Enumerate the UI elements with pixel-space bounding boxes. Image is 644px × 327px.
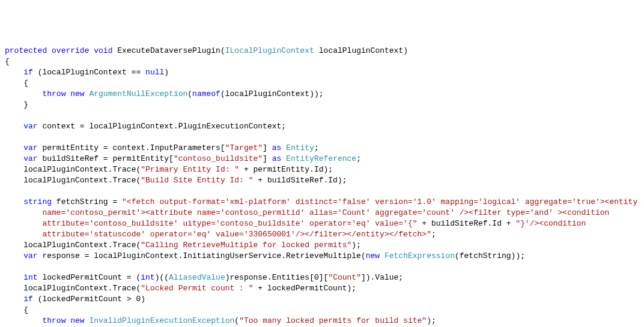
code-line: name='contoso_permit'><attribute name='c… <box>5 208 639 218</box>
code-line: localPluginContext.Trace("Primary Entity… <box>5 164 639 175</box>
code-line: localPluginContext.Trace("Calling Retrie… <box>5 240 639 251</box>
code-line: { <box>5 78 639 89</box>
code-editor[interactable]: protected override void ExecuteDataverse… <box>5 46 639 327</box>
code-line: localPluginContext.Trace("Locked Permit … <box>5 283 639 294</box>
code-line: attribute='statuscode' operator='eq' val… <box>5 229 639 240</box>
code-line: var buildSiteRef = permitEntity["contoso… <box>5 154 639 164</box>
code-line: throw new InvalidPluginExecutionExceptio… <box>5 316 639 326</box>
code-line: { <box>5 305 639 316</box>
code-line: var permitEntity = context.InputParamete… <box>5 143 639 154</box>
code-line <box>5 262 639 272</box>
code-line <box>5 110 639 121</box>
code-line: if (localPluginContext == null) <box>5 67 639 78</box>
code-line: protected override void ExecuteDataverse… <box>5 46 639 56</box>
code-line: string fetchString = "<fetch output-form… <box>5 197 639 208</box>
code-line: int lockedPermitCount = (int)((AliasedVa… <box>5 272 639 283</box>
code-line: localPluginContext.Trace("Build Site Ent… <box>5 175 639 186</box>
code-line <box>5 186 639 197</box>
code-line: attribute='contoso_buildsite' uitype='co… <box>5 218 639 229</box>
code-line: } <box>5 100 639 110</box>
code-line: var response = localPluginContext.Initia… <box>5 251 639 262</box>
code-line: if (lockedPermitCount > 0) <box>5 294 639 305</box>
code-line: throw new ArgumentNullException(nameof(l… <box>5 89 639 100</box>
code-line: { <box>5 56 639 67</box>
code-line: var context = localPluginContext.PluginE… <box>5 121 639 132</box>
code-line <box>5 132 639 143</box>
